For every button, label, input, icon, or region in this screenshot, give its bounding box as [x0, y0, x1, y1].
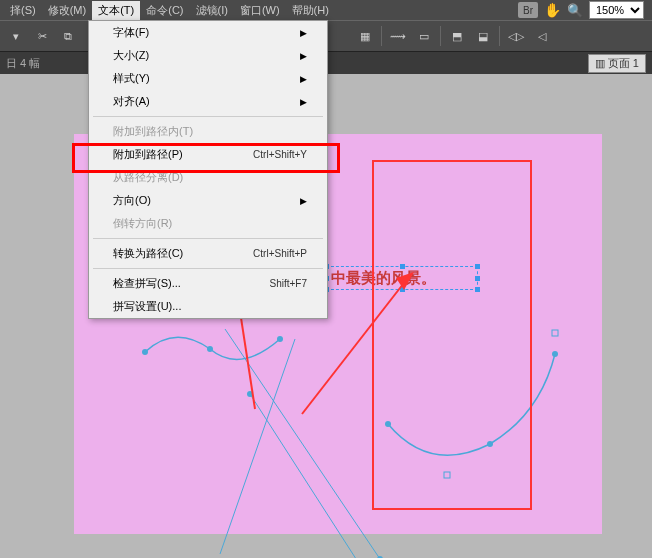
- submenu-arrow-icon: ▶: [300, 74, 307, 84]
- shortcut-label: Ctrl+Shift+P: [253, 248, 307, 259]
- menu-separator: [93, 238, 323, 239]
- menu-size[interactable]: 大小(Z)▶: [89, 44, 327, 67]
- menu-separator: [93, 268, 323, 269]
- zoom-select[interactable]: 150%: [589, 1, 644, 19]
- br-icon[interactable]: Br: [518, 2, 538, 18]
- layer2-icon[interactable]: ⬓: [471, 24, 495, 48]
- menu-convert[interactable]: 转换为路径(C)Ctrl+Shift+P: [89, 242, 327, 265]
- menu-reverse: 倒转方向(R): [89, 212, 327, 235]
- frames-label: 日 4 幅: [6, 56, 40, 71]
- menu-command[interactable]: 命令(C): [140, 1, 189, 20]
- shortcut-label: Shift+F7: [269, 278, 307, 289]
- handle-icon[interactable]: [475, 276, 480, 281]
- handle-icon[interactable]: [400, 264, 405, 269]
- align-icon[interactable]: ▦: [353, 24, 377, 48]
- group-icon[interactable]: ▭: [412, 24, 436, 48]
- menu-text[interactable]: 文本(T): [92, 1, 140, 20]
- page-tab[interactable]: ▥页面 1: [588, 54, 646, 73]
- page-icon: ▥: [595, 57, 605, 70]
- submenu-arrow-icon: ▶: [300, 196, 307, 206]
- arrow-tool-icon[interactable]: ▾: [4, 24, 28, 48]
- menu-attach-in-path: 附加到路径内(T): [89, 120, 327, 143]
- menu-window[interactable]: 窗口(W): [234, 1, 286, 20]
- layer1-icon[interactable]: ⬒: [445, 24, 469, 48]
- annotation-highlight: [72, 143, 340, 173]
- submenu-arrow-icon: ▶: [300, 28, 307, 38]
- menu-align[interactable]: 对齐(A)▶: [89, 90, 327, 113]
- submenu-arrow-icon: ▶: [300, 51, 307, 61]
- menu-help[interactable]: 帮助(H): [286, 1, 335, 20]
- menu-separator: [93, 116, 323, 117]
- menu-spellcheck[interactable]: 检查拼写(S)...Shift+F7: [89, 272, 327, 295]
- menu-modify[interactable]: 修改(M): [42, 1, 93, 20]
- handle-icon[interactable]: [475, 287, 480, 292]
- flip-h-icon[interactable]: ◁▷: [504, 24, 528, 48]
- handle-icon[interactable]: [475, 264, 480, 269]
- copy-icon[interactable]: ⧉: [56, 24, 80, 48]
- handle-icon[interactable]: [400, 287, 405, 292]
- search-icon[interactable]: 🔍: [567, 3, 583, 18]
- hand-icon[interactable]: ✋: [544, 2, 561, 18]
- menu-bar: 择(S) 修改(M) 文本(T) 命令(C) 滤镜(I) 窗口(W) 帮助(H)…: [0, 0, 652, 20]
- submenu-arrow-icon: ▶: [300, 97, 307, 107]
- menu-spellset[interactable]: 拼写设置(U)...: [89, 295, 327, 318]
- menu-font[interactable]: 字体(F)▶: [89, 21, 327, 44]
- flip-v-icon[interactable]: ◁: [530, 24, 554, 48]
- menu-select[interactable]: 择(S): [4, 1, 42, 20]
- menu-filter[interactable]: 滤镜(I): [190, 1, 234, 20]
- menu-style[interactable]: 样式(Y)▶: [89, 67, 327, 90]
- cut-icon[interactable]: ✂: [30, 24, 54, 48]
- path-icon[interactable]: ⟿: [386, 24, 410, 48]
- menu-direction[interactable]: 方向(O)▶: [89, 189, 327, 212]
- text-frame[interactable]: 中最美的风景。: [326, 266, 478, 290]
